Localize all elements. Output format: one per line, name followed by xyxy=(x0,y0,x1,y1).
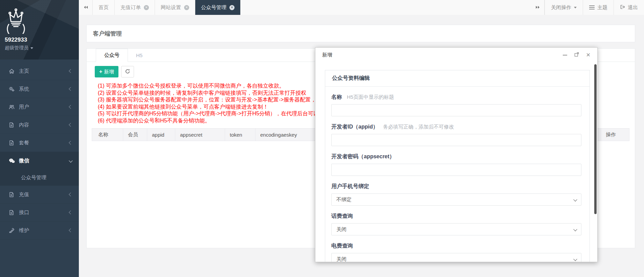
crown-logo-icon xyxy=(3,6,29,35)
sidebar-item-label: 用户 xyxy=(19,104,69,110)
field-label: 话费查询 xyxy=(331,213,353,220)
field-select-electric-bill-query[interactable]: 关闭 xyxy=(331,253,581,262)
form-group-phone-bind: 用户手机号绑定不绑定 xyxy=(331,183,581,206)
tab-close-icon[interactable]: ✕ xyxy=(144,5,149,10)
sidebar-item-label: 主页 xyxy=(19,68,69,74)
field-label: 电费查询 xyxy=(331,243,353,250)
theme-button[interactable]: 主题 xyxy=(583,0,614,15)
sidebar-subitem-mp-management[interactable]: 公众号管理 xyxy=(0,169,79,186)
content-tab-label: 公众号 xyxy=(104,52,119,59)
field-label-row: 电费查询 xyxy=(331,243,581,250)
chevron-left-icon xyxy=(69,123,72,126)
topbar-right: 关闭操作 主题 退出 xyxy=(531,0,644,15)
sidebar-item-label: 系统 xyxy=(19,86,69,92)
field-input-appsecret[interactable] xyxy=(331,164,581,176)
sidebar-item-label: 充值 xyxy=(19,191,69,198)
file-icon xyxy=(9,140,16,146)
select-value: 不绑定 xyxy=(336,197,352,203)
form-section-title: 公众号资料编辑 xyxy=(325,70,590,87)
table-header-cell: 会员 xyxy=(123,129,147,141)
sidebar-item-home[interactable]: 主页 xyxy=(0,62,79,80)
form-group-electric-bill-query: 电费查询关闭 xyxy=(331,243,581,262)
sidebar-item-users[interactable]: 用户 xyxy=(0,98,79,116)
sidebar-item-label: 套餐 xyxy=(19,140,69,146)
select-value: 关闭 xyxy=(336,226,347,233)
maximize-icon xyxy=(574,52,579,58)
top-tab-home[interactable]: 首页 xyxy=(93,0,115,15)
sidebar-item-content[interactable]: 内容 xyxy=(0,116,79,134)
minimize-icon xyxy=(563,55,567,55)
top-tab-label: 公众号管理 xyxy=(201,4,226,11)
form-group-name: 名称H5页面中显示的标题 xyxy=(331,94,581,116)
form-panel: 公众号资料编辑 名称H5页面中显示的标题开发者ID（appid）务必填写正确，添… xyxy=(325,70,590,262)
scroll-tabs-left-button[interactable] xyxy=(79,0,93,15)
logout-button[interactable]: 退出 xyxy=(614,0,644,15)
double-chevron-right-icon xyxy=(535,5,540,10)
tools-icon xyxy=(9,228,16,233)
tab-close-icon[interactable]: ✕ xyxy=(229,5,235,10)
content-tab-h5[interactable]: H5 xyxy=(128,49,151,62)
double-chevron-left-icon xyxy=(83,5,88,10)
sidebar-item-maintenance[interactable]: 维护 xyxy=(0,222,79,239)
field-input-name[interactable] xyxy=(331,104,581,116)
notice-line: (2) 设置公众号菜单链接的时候，请复制列表中客户端链接填写，否则无法正常打开授… xyxy=(98,90,338,97)
close-operations-dropdown[interactable]: 关闭操作 xyxy=(545,0,583,15)
field-select-phone-bind[interactable]: 不绑定 xyxy=(331,193,581,206)
chevron-left-icon xyxy=(69,210,72,214)
maximize-button[interactable] xyxy=(574,52,579,58)
field-label-row: 用户手机号绑定 xyxy=(331,183,581,190)
refresh-button[interactable] xyxy=(121,66,134,77)
sidebar-item-label: 接口 xyxy=(19,209,69,216)
minimize-button[interactable] xyxy=(563,55,567,55)
sidebar-item-label: 微信 xyxy=(19,158,69,164)
sidebar-item-api[interactable]: 接口 xyxy=(0,204,79,222)
chevron-left-icon xyxy=(69,105,72,109)
dialog-header: 新增 ✕ xyxy=(315,48,597,63)
notice-line: (5) 可以打开代理商的H5分销功能（用户->代理商->代理商->打开H5分销）… xyxy=(98,110,338,117)
file-icon xyxy=(9,192,16,198)
topbar: 首页充值订单✕网站设置✕公众号管理✕ 关闭操作 主题 退出 xyxy=(79,0,644,15)
chevron-down-icon xyxy=(573,198,577,201)
content-tab-mp[interactable]: 公众号 xyxy=(96,49,128,62)
field-label: 用户手机号绑定 xyxy=(331,183,369,190)
field-hint: H5页面中显示的标题 xyxy=(347,94,394,100)
chevron-left-icon xyxy=(69,69,72,73)
sidebar-item-label: 维护 xyxy=(19,227,69,234)
user-role-label: 超级管理员 xyxy=(5,45,28,51)
file-icon xyxy=(9,122,16,128)
top-tab-site-settings[interactable]: 网站设置✕ xyxy=(155,0,195,15)
top-tab-strip: 首页充值订单✕网站设置✕公众号管理✕ xyxy=(93,0,241,15)
tab-close-icon[interactable]: ✕ xyxy=(184,5,189,10)
add-button[interactable]: + 新增 xyxy=(95,66,118,77)
sidebar-item-wechat[interactable]: 微信 xyxy=(0,152,79,169)
table-header-cell: 操作 xyxy=(601,129,629,141)
form-group-phone-bill-query: 话费查询关闭 xyxy=(331,213,581,235)
dialog-body: 公众号资料编辑 名称H5页面中显示的标题开发者ID（appid）务必填写正确，添… xyxy=(315,62,597,262)
sidebar-item-system[interactable]: 系统 xyxy=(0,80,79,98)
logout-label: 退出 xyxy=(628,4,638,11)
content-tab-label: H5 xyxy=(136,52,142,58)
chevron-down-icon xyxy=(573,227,577,231)
add-button-label: 新增 xyxy=(104,69,114,75)
field-select-phone-bill-query[interactable]: 关闭 xyxy=(331,223,581,235)
chevron-left-icon xyxy=(69,192,72,196)
close-button[interactable]: ✕ xyxy=(586,52,591,58)
top-tab-recharge-orders[interactable]: 充值订单✕ xyxy=(115,0,155,15)
top-tab-label: 网站设置 xyxy=(161,4,181,11)
notice-line: (1) 可添加多个微信公众号授权登录，可以使用不同微信商户，各自独立收款。 xyxy=(98,83,338,90)
logout-icon xyxy=(620,4,625,10)
chevron-left-icon xyxy=(69,87,72,91)
chevron-left-icon xyxy=(69,228,72,232)
theme-bars-icon xyxy=(589,5,595,10)
field-input-appid[interactable] xyxy=(331,134,581,146)
dialog-scrollbar-thumb[interactable] xyxy=(594,64,597,214)
sidebar-group-wechat: 微信公众号管理 xyxy=(0,152,79,186)
sidebar-item-packages[interactable]: 套餐 xyxy=(0,134,79,152)
sidebar-item-recharge[interactable]: 充值 xyxy=(0,186,79,204)
scroll-tabs-right-button[interactable] xyxy=(531,0,545,15)
top-tab-mp-management[interactable]: 公众号管理✕ xyxy=(195,0,241,15)
user-role-dropdown[interactable]: 超级管理员 xyxy=(5,45,33,51)
refresh-icon xyxy=(125,69,130,75)
caret-down-icon xyxy=(30,47,33,49)
home-icon xyxy=(9,68,16,74)
